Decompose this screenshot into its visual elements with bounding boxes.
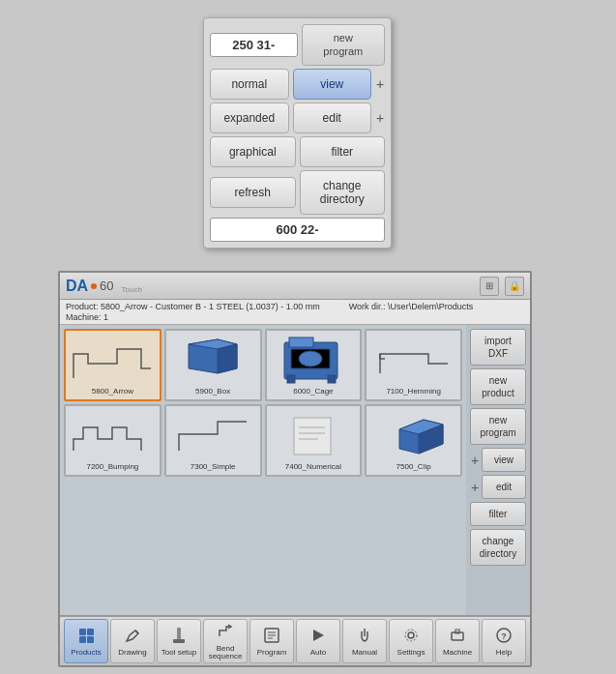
svg-rect-6 — [328, 375, 336, 383]
program-toolbar-label: Program — [257, 649, 287, 657]
product-thumbnail — [69, 335, 156, 385]
product-thumbnail — [169, 335, 256, 385]
bottom-toolbar: Products Drawing Tool setup — [60, 615, 530, 665]
main-window: DA 60 Touch ⊞ 🔒 Product: 5800_Arrow - Cu… — [58, 271, 532, 667]
title-bar: DA 60 Touch ⊞ 🔒 — [60, 273, 530, 300]
manual-toolbar-button[interactable]: Manual — [342, 619, 387, 663]
program-toolbar-button[interactable]: Program — [249, 619, 294, 663]
product-name: 5900_Box — [195, 387, 230, 396]
tool-setup-toolbar-label: Tool setup — [161, 649, 196, 657]
filter-sidebar-button[interactable]: filter — [470, 502, 526, 526]
machine-toolbar-label: Machine — [443, 649, 472, 657]
bend-sequence-toolbar-button[interactable]: Bend sequence — [203, 619, 248, 663]
machine-info: Machine: 1 — [66, 312, 524, 322]
svg-rect-9 — [294, 418, 331, 454]
new-product-button[interactable]: new product — [470, 368, 526, 405]
change-dir-sidebar-button[interactable]: change directory — [470, 529, 526, 566]
product-thumbnail — [169, 410, 256, 460]
help-toolbar-button[interactable]: ? Help — [482, 619, 526, 663]
right-sidebar: import DXF new product new program + vie… — [466, 325, 530, 615]
view-sidebar-button[interactable]: view — [482, 448, 526, 472]
empty-area — [64, 480, 462, 538]
product-thumbnail — [370, 335, 457, 385]
settings-icon — [402, 627, 420, 647]
svg-rect-21 — [177, 628, 181, 639]
da-logo: DA 60 — [66, 278, 116, 295]
products-toolbar-button[interactable]: Products — [64, 619, 108, 663]
manual-icon — [356, 627, 373, 647]
product-info: Product: 5800_Arrow - Customer B - 1 STE… — [66, 302, 320, 311]
product-item[interactable]: 7200_Bumping — [64, 404, 161, 477]
expanded-button[interactable]: expanded — [210, 103, 289, 133]
workdir-info: Work dir.: \User\Delem\Products — [349, 302, 473, 311]
svg-rect-5 — [287, 375, 295, 383]
svg-rect-18 — [79, 636, 86, 643]
view-button[interactable]: view — [293, 69, 372, 100]
title-icons: ⊞ 🔒 — [480, 277, 524, 296]
auto-toolbar-button[interactable]: Auto — [296, 619, 340, 663]
product-item[interactable]: 7500_Clip — [365, 404, 462, 477]
svg-line-20 — [135, 630, 138, 633]
graphical-button[interactable]: graphical — [210, 136, 296, 167]
view-plus: + — [375, 76, 385, 92]
lock-icon[interactable]: 🔒 — [505, 277, 524, 296]
svg-rect-17 — [87, 629, 94, 635]
refresh-button[interactable]: refresh — [210, 177, 296, 208]
svg-point-28 — [408, 632, 414, 638]
products-grid: 5800_Arrow 5900_Box — [60, 325, 466, 615]
normal-button[interactable]: normal — [210, 69, 289, 100]
info-bar: Product: 5800_Arrow - Customer B - 1 STE… — [60, 300, 530, 325]
product-thumbnail — [270, 410, 357, 460]
machine-icon — [449, 627, 466, 647]
filter-button[interactable]: filter — [300, 136, 386, 167]
svg-marker-27 — [313, 630, 324, 641]
svg-point-8 — [299, 351, 322, 366]
new-program-button[interactable]: new program — [470, 408, 526, 445]
product-item[interactable]: 7400_Numerical — [265, 404, 363, 477]
bend-sequence-icon — [217, 623, 234, 643]
drawing-icon — [124, 627, 141, 647]
product-thumbnail — [370, 410, 457, 460]
import-dxf-button[interactable]: import DXF — [470, 329, 526, 366]
product-name: 7200_Bumping — [86, 462, 138, 471]
calculator-icon[interactable]: ⊞ — [480, 277, 499, 296]
product-item[interactable]: 5900_Box — [164, 329, 262, 401]
product-thumbnail — [69, 410, 156, 460]
edit-sidebar-button[interactable]: edit — [482, 475, 526, 499]
product-name: 7400_Numerical — [285, 462, 341, 471]
product-item[interactable]: 5800_Arrow — [64, 329, 161, 401]
product-item[interactable]: 7100_Hemming — [365, 329, 462, 401]
new-program-button[interactable]: new program — [302, 24, 386, 66]
drawing-toolbar-button[interactable]: Drawing — [110, 619, 155, 663]
product-item[interactable]: 6000_Cage — [265, 329, 363, 401]
product-name: 6000_Cage — [293, 387, 333, 396]
logo-da: DA — [66, 278, 88, 295]
svg-rect-19 — [87, 636, 94, 643]
top-value-display: 250 31- — [210, 33, 298, 57]
edit-button[interactable]: edit — [293, 103, 372, 133]
product-name: 7100_Hemming — [386, 387, 440, 396]
change-directory-button[interactable]: change directory — [300, 170, 386, 215]
settings-toolbar-button[interactable]: Settings — [389, 619, 433, 663]
svg-text:?: ? — [501, 631, 507, 641]
help-toolbar-label: Help — [496, 649, 512, 657]
machine-toolbar-button[interactable]: Machine — [435, 619, 480, 663]
dropdown-panel: 250 31- new program normal view + expand… — [203, 17, 392, 249]
help-icon: ? — [495, 627, 513, 647]
svg-rect-4 — [289, 337, 313, 347]
product-name: 7300_Simple — [191, 462, 236, 471]
view-sidebar-plus: + — [470, 453, 480, 468]
svg-marker-2 — [218, 344, 237, 373]
bottom-value-display: 600 22- — [210, 218, 385, 242]
edit-row: + edit — [470, 475, 526, 499]
product-item[interactable]: 7300_Simple — [164, 404, 262, 477]
svg-rect-22 — [173, 639, 185, 643]
tool-setup-icon — [170, 627, 188, 647]
edit-sidebar-plus: + — [470, 480, 480, 495]
logo-touch: Touch — [122, 285, 142, 294]
svg-rect-16 — [79, 629, 86, 635]
logo-60: 60 — [100, 278, 113, 293]
tool-setup-toolbar-button[interactable]: Tool setup — [157, 619, 201, 663]
auto-toolbar-label: Auto — [310, 649, 326, 657]
product-thumbnail — [270, 335, 357, 385]
